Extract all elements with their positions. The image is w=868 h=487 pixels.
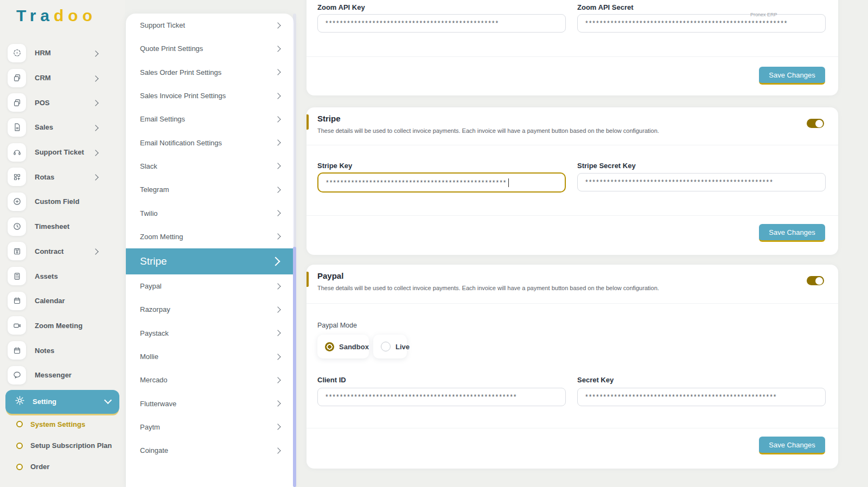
sidebar-subitem-order[interactable]: Order — [0, 456, 125, 477]
video-camera-icon — [8, 316, 26, 335]
sidebar-item-support-ticket[interactable]: Support Ticket — [0, 140, 125, 165]
settings-menu-item-mercado[interactable]: Mercado — [126, 368, 294, 392]
chevron-right-icon — [275, 116, 280, 122]
paypal-mode-sandbox-option[interactable]: Sandbox — [317, 335, 369, 358]
chevron-right-icon — [93, 73, 98, 83]
settings-menu-item-label: Paytm — [140, 423, 160, 431]
settings-menu-item-quote-print-settings[interactable]: Quote Print Settings — [126, 37, 294, 60]
settings-menu-item-razorpay[interactable]: Razorpay — [126, 298, 294, 321]
sidebar-item-label: Assets — [35, 272, 58, 280]
chevron-right-icon — [275, 22, 280, 28]
zoom-api-secret-label: Zoom API Secret — [577, 3, 634, 11]
stripe-key-input[interactable]: ****************************************… — [317, 172, 566, 193]
masked-value: ****************************************… — [326, 393, 518, 401]
settings-menu-item-paypal[interactable]: Paypal — [126, 274, 294, 298]
chat-bubble-icon — [8, 366, 26, 385]
stripe-settings-card: Stripe These details will be used to col… — [307, 107, 838, 255]
sidebar-item-custom-field[interactable]: Custom Field — [0, 189, 125, 214]
settings-menu-item-email-notification-settings[interactable]: Email Notification Settings — [126, 131, 294, 154]
settings-menu-item-sales-order-print-settings[interactable]: Sales Order Print Settings — [126, 61, 294, 84]
masked-value: ****************************************… — [585, 20, 788, 27]
chevron-down-icon — [104, 396, 112, 404]
sidebar-item-label: Notes — [35, 347, 54, 355]
chevron-right-icon — [93, 123, 98, 132]
card-divider — [307, 215, 838, 216]
sidebar-item-sales[interactable]: Sales — [0, 115, 125, 140]
gear-icon — [14, 395, 25, 408]
sidebar-item-contract[interactable]: Contract — [0, 239, 125, 264]
calendar-icon — [8, 292, 26, 310]
sidebar-subitem-label: Order — [30, 463, 49, 471]
sidebar-item-zoom-meeting[interactable]: Zoom Meeting — [0, 313, 125, 338]
sidebar-item-calendar[interactable]: Calendar — [0, 289, 125, 313]
chevron-right-icon — [275, 400, 280, 406]
client-id-input[interactable]: ****************************************… — [317, 388, 566, 406]
settings-menu-item-telegram[interactable]: Telegram — [126, 178, 294, 201]
stripe-secret-key-input[interactable]: ****************************************… — [577, 173, 826, 191]
save-changes-button[interactable]: Save Changes — [759, 437, 825, 454]
settings-menu-item-twilio[interactable]: Twilio — [126, 201, 294, 225]
settings-menu-item-flutterwave[interactable]: Flutterwave — [126, 392, 294, 415]
stripe-enabled-toggle[interactable] — [807, 119, 824, 128]
masked-value: ****************************************… — [585, 393, 777, 401]
rotas-icon — [8, 168, 26, 186]
settings-menu-item-stripe-selected[interactable]: Stripe — [126, 248, 294, 274]
settings-menu-item-label: Mollie — [140, 353, 158, 361]
sidebar-subitem-system-settings[interactable]: System Settings — [0, 414, 125, 435]
masked-value: ****************************************… — [585, 178, 774, 186]
panel-scrollbar-thumb[interactable] — [293, 247, 296, 487]
brand-logo[interactable]: Tradoo — [16, 7, 97, 25]
settings-menu-item-zoom-metting[interactable]: Zoom Metting — [126, 225, 294, 248]
secret-key-input[interactable]: ****************************************… — [577, 388, 826, 406]
sidebar-item-label: Contract — [35, 247, 63, 255]
stripe-section-title: Stripe — [317, 114, 341, 123]
zoom-api-secret-input[interactable]: ****************************************… — [577, 14, 826, 33]
settings-menu-item-paystack[interactable]: Paystack — [126, 322, 294, 345]
settings-menu-item-email-settings[interactable]: Email Settings — [126, 107, 294, 131]
card-divider — [307, 145, 838, 145]
settings-menu-item-label: Paypal — [140, 282, 162, 290]
sidebar-item-pos[interactable]: POS — [0, 90, 125, 115]
settings-menu-item-label: Zoom Metting — [140, 233, 183, 241]
app-window: Tradoo HRM CRM POS Sales — [0, 0, 868, 487]
settings-menu-item-label: Email Settings — [140, 115, 185, 123]
bullet-icon — [16, 421, 23, 427]
paypal-settings-card: Paypal These details will be used to col… — [307, 265, 838, 469]
section-accent-bar — [307, 114, 309, 130]
paypal-mode-live-option[interactable]: Live — [373, 335, 407, 358]
sidebar-item-label: Sales — [35, 123, 53, 131]
settings-menu-item-paytm[interactable]: Paytm — [126, 415, 294, 439]
settings-menu-item-label: Sales Order Print Settings — [140, 68, 221, 76]
settings-menu-item-label: Slack — [140, 162, 157, 170]
sidebar-subitem-label: System Settings — [30, 420, 85, 428]
sidebar: Tradoo HRM CRM POS Sales — [0, 0, 125, 487]
sidebar-item-rotas[interactable]: Rotas — [0, 164, 125, 189]
chevron-right-icon — [93, 246, 98, 256]
settings-menu-item-support-ticket[interactable]: Support Ticket — [126, 14, 294, 37]
sidebar-item-assets[interactable]: Assets — [0, 264, 125, 289]
save-changes-button[interactable]: Save Changes — [759, 224, 825, 242]
sidebar-item-label: Zoom Meeting — [35, 322, 82, 330]
sidebar-item-hrm[interactable]: HRM — [0, 41, 125, 66]
sidebar-item-crm[interactable]: CRM — [0, 66, 125, 91]
sales-icon — [8, 118, 26, 137]
settings-menu-item-mollie[interactable]: Mollie — [126, 345, 294, 368]
chevron-right-icon — [275, 424, 280, 430]
paypal-enabled-toggle[interactable] — [807, 276, 824, 285]
settings-menu-item-slack[interactable]: Slack — [126, 155, 294, 178]
sidebar-item-notes[interactable]: Notes — [0, 338, 125, 363]
settings-menu-item-coingate[interactable]: Coingate — [126, 439, 294, 462]
card-divider — [307, 56, 838, 57]
chevron-right-icon — [93, 98, 98, 107]
sidebar-item-timesheet[interactable]: Timesheet — [0, 214, 125, 239]
chevron-right-icon — [275, 447, 280, 453]
chevron-right-icon — [275, 163, 280, 169]
zoom-api-key-input[interactable]: ****************************************… — [317, 14, 566, 33]
save-changes-button[interactable]: Save Changes — [759, 67, 825, 85]
sidebar-item-messenger[interactable]: Messenger — [0, 363, 125, 388]
settings-menu-item-sales-invoice-print-settings[interactable]: Sales Invoice Print Settings — [126, 84, 294, 107]
pos-icon — [8, 93, 26, 112]
sidebar-item-setting[interactable]: Setting — [5, 390, 119, 414]
sidebar-subitem-setup-subscription-plan[interactable]: Setup Subscription Plan — [0, 435, 125, 456]
text-caret — [508, 178, 509, 187]
